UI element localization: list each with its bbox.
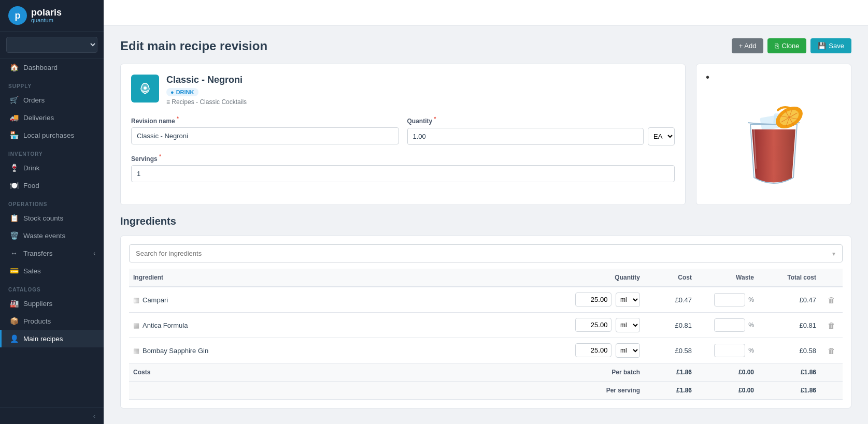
- sidebar-item-products[interactable]: 📦 Products: [0, 312, 104, 330]
- recipe-card: Classic - Negroni ● DRINK ≡ Recipes - Cl…: [120, 64, 686, 205]
- recipe-breadcrumb: ≡ Recipes - Classic Cocktails: [166, 98, 247, 106]
- recipe-name: Classic - Negroni: [166, 75, 247, 85]
- unit-select[interactable]: ml cl l EA: [616, 343, 640, 358]
- quantity-field[interactable]: [575, 293, 611, 306]
- quantity-field[interactable]: [575, 343, 611, 357]
- orders-icon: 🛒: [10, 96, 18, 104]
- brand-name: polaris: [31, 8, 62, 17]
- per-serving-cost: £1.86: [644, 382, 696, 400]
- unit-select[interactable]: ml cl l EA: [616, 318, 640, 332]
- sidebar: p polaris quantum 🏠 Dashboard SUPPLY 🛒 O…: [0, 0, 104, 424]
- quantity-field[interactable]: [575, 318, 611, 332]
- header-actions: + Add ⎘ Clone 💾 Save: [732, 38, 851, 53]
- sidebar-item-orders[interactable]: 🛒 Orders: [0, 91, 104, 109]
- sidebar-item-label: Stock counts: [23, 214, 63, 222]
- revision-name-input[interactable]: [131, 127, 399, 144]
- transfers-icon: ↔️: [10, 249, 18, 257]
- col-actions: [820, 269, 843, 287]
- recipe-row: Classic - Negroni ● DRINK ≡ Recipes - Cl…: [120, 64, 851, 205]
- recipe-type: DRINK: [176, 89, 194, 95]
- delete-ingredient-button[interactable]: 🗑: [824, 320, 838, 331]
- sidebar-item-waste-events[interactable]: 🗑️ Waste events: [0, 227, 104, 244]
- per-batch-label: Per batch: [540, 363, 644, 382]
- ingredient-total-cost: £0.58: [758, 338, 820, 363]
- sidebar-select-wrap: [0, 32, 104, 59]
- sidebar-item-drink[interactable]: 🍷 Drink: [0, 159, 104, 177]
- sidebar-item-label: Drink: [23, 164, 40, 172]
- sidebar-item-label: Suppliers: [23, 300, 52, 308]
- breadcrumb-text: Recipes - Classic Cocktails: [172, 98, 247, 106]
- content-area: Edit main recipe revision + Add ⎘ Clone …: [104, 26, 868, 424]
- main-content: Edit main recipe revision + Add ⎘ Clone …: [104, 0, 868, 424]
- sales-icon: 💳: [10, 267, 18, 275]
- dashboard-icon: 🏠: [10, 63, 18, 71]
- ingredient-search-wrap: [129, 244, 843, 262]
- sidebar-item-dashboard[interactable]: 🏠 Dashboard: [0, 59, 104, 76]
- table-header-row: Ingredient Quantity Cost Waste Total cos…: [129, 269, 843, 287]
- sidebar-item-label: Products: [23, 317, 51, 325]
- clone-button[interactable]: ⎘ Clone: [767, 38, 806, 53]
- save-label: Save: [829, 42, 844, 50]
- form-group-revision-name: Revision name *: [131, 116, 399, 145]
- sidebar-item-local-purchases[interactable]: 🏪 Local purchases: [0, 126, 104, 144]
- per-batch-cost: £1.86: [644, 363, 696, 382]
- section-label-inventory: INVENTORY: [0, 144, 104, 159]
- sidebar-item-stock-counts[interactable]: 📋 Stock counts: [0, 209, 104, 227]
- sidebar-item-label: Main recipes: [23, 335, 63, 343]
- sidebar-item-label: Transfers: [23, 250, 53, 257]
- unit-select[interactable]: ml cl l EA: [616, 293, 640, 307]
- delete-ingredient-button[interactable]: 🗑: [824, 345, 838, 356]
- table-row: ▦Antica Formula ml cl l EA £0.81 % £0.81…: [129, 313, 843, 338]
- breadcrumb-icon: ≡: [166, 98, 170, 106]
- sidebar-collapse-button[interactable]: ‹: [0, 408, 104, 424]
- delete-ingredient-button[interactable]: 🗑: [824, 295, 838, 305]
- col-cost: Cost: [644, 269, 696, 287]
- products-icon: 📦: [10, 317, 18, 325]
- logo-icon: p: [8, 6, 27, 25]
- ingredient-waste: %: [696, 313, 758, 338]
- sidebar-item-label: Sales: [23, 267, 41, 275]
- col-waste: Waste: [696, 269, 758, 287]
- sidebar-item-main-recipes[interactable]: 👤 Main recipes: [0, 330, 104, 347]
- section-label-operations: OPERATIONS: [0, 194, 104, 209]
- servings-input[interactable]: [131, 165, 675, 182]
- per-serving-total: £1.86: [758, 382, 820, 400]
- percent-label: %: [748, 321, 754, 329]
- ingredient-actions: 🗑: [820, 313, 843, 338]
- quantity-unit-select[interactable]: EA ml cl l g kg: [648, 127, 675, 145]
- ingredients-section-title: Ingredients: [120, 215, 851, 227]
- waste-field[interactable]: [714, 293, 745, 306]
- venue-select[interactable]: [6, 37, 97, 53]
- recipe-header-info: Classic - Negroni ● DRINK ≡ Recipes - Cl…: [131, 75, 675, 106]
- ingredient-waste: %: [696, 287, 758, 313]
- waste-field[interactable]: [714, 344, 745, 357]
- sidebar-item-label: Waste events: [23, 232, 65, 240]
- costs-row-serving: Per serving £1.86 £0.00 £1.86: [129, 382, 843, 400]
- ingredient-quantity: ml cl l EA: [540, 287, 644, 313]
- form-row-servings: Servings *: [131, 154, 675, 182]
- save-button[interactable]: 💾 Save: [810, 38, 851, 53]
- sidebar-item-label: Orders: [23, 96, 45, 104]
- quantity-input[interactable]: [407, 128, 644, 145]
- section-label-catalogs: CATALOGS: [0, 280, 104, 295]
- sidebar-item-sales[interactable]: 💳 Sales: [0, 262, 104, 280]
- sidebar-item-deliveries[interactable]: 🚚 Deliveries: [0, 109, 104, 126]
- sidebar-item-food[interactable]: 🍽️ Food: [0, 177, 104, 194]
- sidebar-item-label: Deliveries: [23, 114, 54, 122]
- sidebar-item-transfers[interactable]: ↔️ Transfers ‹: [0, 244, 104, 262]
- ingredients-table: Ingredient Quantity Cost Waste Total cos…: [129, 269, 843, 400]
- sidebar-item-suppliers[interactable]: 🏭 Suppliers: [0, 295, 104, 312]
- col-quantity: Quantity: [540, 269, 644, 287]
- sidebar-item-label: Local purchases: [23, 131, 74, 139]
- quantity-label: Quantity *: [407, 116, 675, 125]
- col-total-cost: Total cost: [758, 269, 820, 287]
- waste-field[interactable]: [714, 318, 745, 332]
- ingredient-search-input[interactable]: [129, 244, 843, 262]
- deliveries-icon: 🚚: [10, 113, 18, 122]
- add-button[interactable]: + Add: [732, 38, 764, 53]
- recipe-type-icon: [131, 75, 159, 103]
- ingredient-actions: 🗑: [820, 338, 843, 363]
- clone-label: Clone: [781, 42, 799, 50]
- table-row: ▦Bombay Sapphire Gin ml cl l EA £0.58 % …: [129, 338, 843, 363]
- ingredient-name: ▦Antica Formula: [129, 313, 540, 338]
